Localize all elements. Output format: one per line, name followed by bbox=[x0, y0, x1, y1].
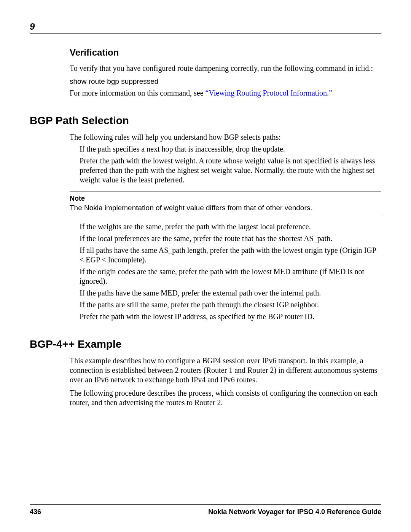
header-rule bbox=[30, 33, 381, 34]
path-selection-rules-a: If the path specifies a next hop that is… bbox=[80, 144, 381, 185]
verification-para-1: To verify that you have configured route… bbox=[70, 64, 381, 73]
section-bgp4-example: This example describes how to configure … bbox=[70, 356, 381, 407]
list-item: If the weights are the same, prefer the … bbox=[80, 222, 381, 232]
book-title: Nokia Network Voyager for IPSO 4.0 Refer… bbox=[208, 508, 381, 516]
list-item: If the paths are still the same, prefer … bbox=[80, 300, 381, 310]
path-selection-intro: The following rules will help you unders… bbox=[70, 133, 381, 142]
section-verification: Verification To verify that you have con… bbox=[70, 47, 381, 98]
footer-row: 436 Nokia Network Voyager for IPSO 4.0 R… bbox=[30, 508, 381, 516]
verification-para-2-prefix: For more information on this command, se… bbox=[70, 89, 206, 97]
heading-bgp4-example: BGP-4++ Example bbox=[30, 337, 381, 351]
list-item: Prefer the path with the lowest weight. … bbox=[80, 156, 381, 185]
page: 9 Verification To verify that you have c… bbox=[0, 0, 411, 532]
section-bgp-path-selection: The following rules will help you unders… bbox=[70, 133, 381, 321]
heading-verification: Verification bbox=[70, 47, 381, 58]
chapter-number: 9 bbox=[30, 21, 381, 32]
page-number: 436 bbox=[30, 508, 41, 516]
footer-rule bbox=[30, 504, 381, 505]
note-label: Note bbox=[70, 194, 381, 203]
list-item: If the paths have the same MED, prefer t… bbox=[80, 288, 381, 298]
link-viewing-routing-protocol[interactable]: “Viewing Routing Protocol Information.” bbox=[206, 89, 332, 97]
page-footer: 436 Nokia Network Voyager for IPSO 4.0 R… bbox=[30, 504, 381, 516]
path-selection-rules-b: If the weights are the same, prefer the … bbox=[80, 222, 381, 321]
list-item: If the path specifies a next hop that is… bbox=[80, 144, 381, 154]
example-para-2: The following procedure describes the pr… bbox=[70, 388, 381, 407]
list-item: If the local preferences are the same, p… bbox=[80, 234, 381, 243]
heading-bgp-path-selection: BGP Path Selection bbox=[30, 114, 381, 127]
verification-command: show route bgp suppressed bbox=[70, 77, 381, 86]
verification-para-2: For more information on this command, se… bbox=[70, 88, 381, 98]
list-item: If the origin codes are the same, prefer… bbox=[80, 267, 381, 286]
list-item: Prefer the path with the lowest IP addre… bbox=[80, 312, 381, 321]
list-item: If all paths have the same AS_path lengt… bbox=[80, 246, 381, 265]
note-text: The Nokia implementation of weight value… bbox=[70, 203, 381, 212]
note-box: Note The Nokia implementation of weight … bbox=[70, 192, 381, 215]
example-para-1: This example describes how to configure … bbox=[70, 356, 381, 385]
